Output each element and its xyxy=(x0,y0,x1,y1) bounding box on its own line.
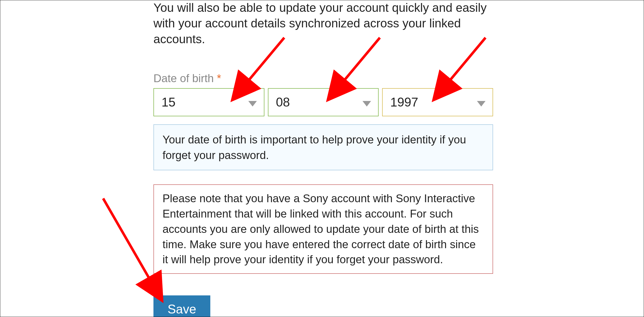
dob-month-value: 08 xyxy=(276,95,290,110)
required-marker: * xyxy=(217,72,221,84)
dob-day-value: 15 xyxy=(162,95,176,110)
dob-year-value: 1997 xyxy=(390,95,418,110)
dob-day-select[interactable]: 15 xyxy=(153,88,264,116)
dob-label: Date of birth * xyxy=(153,72,493,85)
svg-marker-0 xyxy=(248,101,257,107)
form-content: You will also be able to update your acc… xyxy=(153,0,493,317)
chevron-down-icon xyxy=(363,95,371,110)
svg-marker-2 xyxy=(477,101,486,107)
intro-paragraph: You will also be able to update your acc… xyxy=(153,0,493,47)
dob-dropdown-row: 15 08 1997 xyxy=(153,88,493,116)
save-button[interactable]: Save xyxy=(153,295,210,317)
dob-label-text: Date of birth xyxy=(153,72,214,84)
chevron-down-icon xyxy=(477,95,486,110)
dob-year-select[interactable]: 1997 xyxy=(382,88,493,116)
account-link-warning: Please note that you have a Sony account… xyxy=(153,184,493,274)
chevron-down-icon xyxy=(248,95,257,110)
dob-month-select[interactable]: 08 xyxy=(268,88,379,116)
dob-info-message: Your date of birth is important to help … xyxy=(153,124,493,170)
svg-marker-1 xyxy=(363,101,371,107)
arrow-icon xyxy=(103,198,151,281)
